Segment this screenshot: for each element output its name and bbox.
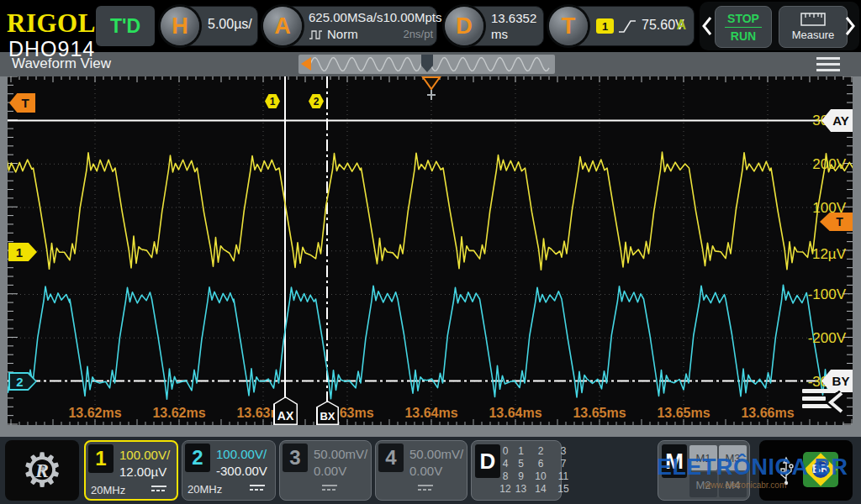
time-label: 13.65ms [650,406,717,421]
channel-2-number: 2 [185,444,210,472]
time-label: 13.65ms [566,406,633,421]
scope-traces [8,76,853,425]
rigol-logo: RIGOL [7,8,96,39]
collapse-arrow-icon[interactable] [825,391,847,414]
waveform-view-header[interactable]: Waveform View [0,52,861,76]
horizontal-settings-button[interactable]: H 5.00µs/ [160,6,258,46]
acquire-settings-button[interactable]: A 625.00MSa/s 10.00Mpts Norm 2ns/pt [262,6,437,46]
time-label: 13.64ms [398,406,465,421]
y-axis-label: -100V [808,286,846,303]
trigger-sweep-mode: A [676,18,686,33]
oscilloscope-screen: RIGOL DHO914 T'D H 5.00µs/ A 625.00MSa/s… [0,0,861,504]
acquire-key-icon[interactable]: A [263,7,302,45]
overview-waveform [298,55,555,74]
trigger-source-badge: 1 [596,18,614,34]
channel-1-box[interactable]: 1 100.00V/ 12.00µV 20MHz [84,440,178,501]
channel-3-number: 3 [283,444,308,472]
channel-3-box[interactable]: 3 50.00mV/ 0.00V [279,440,372,501]
menu-icon[interactable] [816,57,840,75]
square-wave-icon [309,29,324,39]
y-axis-label: -200V [808,330,846,347]
waveform-overview-strip[interactable] [298,55,555,74]
horizontal-key-icon[interactable]: H [161,7,199,45]
channel-3-scale: 50.00mV/ [314,447,367,461]
watermark-url: www.eletronicabr.com [705,480,786,490]
stop-label: STOP [727,12,759,25]
memory-depth: 10.00Mpts [383,10,441,24]
y-axis-label: 12µV [812,246,846,263]
channel-4-number: 4 [378,444,404,472]
trigger-status-badge[interactable]: T'D [96,6,155,46]
time-label: 13.64ms [482,406,549,421]
ruler-icon [800,13,826,26]
channel-1-offset: 12.00µV [119,465,166,479]
timebase-value: 5.00µs/ [208,17,252,32]
run-label: RUN [731,29,756,43]
dc-coupling-icon [250,485,265,491]
toolbar-cluster: STOP RUN Measure [700,2,859,50]
rigol-gear-button[interactable]: ⚙ R [5,440,79,501]
channel-3-offset: 0.00V [314,464,346,478]
channel-2-box[interactable]: 2 100.00V/ -300.00V 20MHz [182,440,276,501]
y-axis-label: 200V [812,156,846,173]
channel-2-offset: -300.00V [216,464,267,478]
time-label: 13.66ms [734,406,801,421]
stop-run-button[interactable]: STOP RUN [715,6,772,48]
channel-1-scale: 100.00V/ [119,448,170,462]
ch2-marker-label: 2 [10,374,35,389]
rising-edge-icon [618,18,637,34]
stop-run-divider [725,27,762,28]
sample-resolution: 2ns/pt [404,28,433,40]
dc-coupling-icon [322,485,337,491]
delay-settings-button[interactable]: D 13.6352ms [444,6,544,46]
digital-channels-box[interactable]: D 0123 4567 891011 12131415 [471,440,562,501]
waveform-view-window: Waveform View T T 1 2 300V 200V 100V 12µ… [0,52,861,437]
trigger-settings-button[interactable]: T 1 75.60V A [548,6,695,46]
toolbar-prev-icon[interactable] [701,15,713,37]
measure-button[interactable]: Measure [779,6,848,48]
cursor-bx-label: BX [318,402,338,424]
channel-4-scale: 50.00mV/ [409,447,463,461]
overview-left-arrow-icon[interactable] [301,57,311,71]
model-label: DHO914 [8,37,95,61]
graticule-area[interactable]: T T 1 2 300V 200V 100V 12µV -100V -200V … [8,76,853,425]
trigger-delay-value: 13.6352ms [491,11,541,43]
channel-2-bandwidth: 20MHz [188,483,222,496]
channel-2-scale: 100.00V/ [216,447,267,461]
time-label: 13.62ms [145,406,213,421]
toolbar-next-icon[interactable] [844,15,856,37]
trigger-key-icon[interactable]: T [549,7,588,45]
delay-key-icon[interactable]: D [445,7,483,45]
channel-1-number: 1 [88,444,114,473]
digital-channel-grid: 0123 4567 891011 12131415 [499,445,575,496]
dc-coupling-icon [418,485,433,491]
dc-coupling-icon [151,486,166,491]
channel-4-offset: 0.00V [409,464,442,478]
channel-1-bandwidth: 20MHz [91,484,125,496]
acquire-mode: Norm [327,27,358,41]
gear-r-logo: R [35,459,49,482]
channel-4-box[interactable]: 4 50.00mV/ 0.00V [375,440,467,501]
digital-key-label: D [475,444,500,478]
watermark-text: ELETRÔNICA BR [657,454,848,480]
time-label: 13.62ms [61,406,129,421]
measure-label: Measure [792,29,835,41]
cursor-ax-label: AX [275,398,297,424]
sample-rate: 625.00MSa/s [309,10,383,24]
